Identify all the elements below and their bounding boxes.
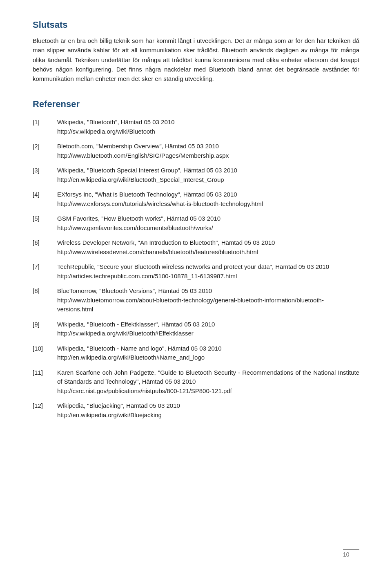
- ref-url: http://articles.techrepublic.com.com/510…: [57, 273, 237, 279]
- ref-url: http://en.wikipedia.org/wiki/Bluetooth_S…: [57, 176, 224, 183]
- ref-number: [8]: [33, 286, 57, 320]
- ref-url: http://csrc.nist.gov/publications/nistpu…: [57, 387, 232, 394]
- ref-text: Wikipedia, "Bluetooth", Hämtad 05 03 201…: [57, 118, 175, 125]
- ref-row: [6]Wireless Developer Network, "An Intro…: [33, 238, 359, 262]
- ref-text: Wikipedia, "Bluetooth - Name and logo", …: [57, 345, 222, 352]
- ref-url: http://www.wirelessdevnet.com/channels/b…: [57, 248, 258, 255]
- ref-text: GSM Favorites, "How Bluetooth works", Hä…: [57, 215, 220, 222]
- ref-row: [11]Karen Scarfone och John Padgette, "G…: [33, 368, 359, 402]
- references-section: Referenser [1]Wikipedia, "Bluetooth", Hä…: [33, 99, 359, 425]
- ref-row: [12]Wikipedia, "Bluejacking", Hämtad 05 …: [33, 401, 359, 425]
- slutsats-heading: Slutsats: [33, 20, 359, 30]
- ref-number: [11]: [33, 368, 57, 402]
- ref-content: Karen Scarfone och John Padgette, "Guide…: [57, 368, 359, 402]
- ref-text: BlueTomorrow, "Bluetooth Versions", Hämt…: [57, 287, 212, 294]
- ref-row: [5]GSM Favorites, "How Bluetooth works",…: [33, 214, 359, 238]
- ref-content: Wikipedia, "Bluejacking", Hämtad 05 03 2…: [57, 401, 359, 425]
- ref-content: GSM Favorites, "How Bluetooth works", Hä…: [57, 214, 359, 238]
- ref-number: [1]: [33, 118, 57, 142]
- ref-text: Karen Scarfone och John Padgette, "Guide…: [57, 369, 359, 385]
- ref-text: Wikipedia, "Bluetooth Special Interest G…: [57, 167, 237, 174]
- ref-row: [10]Wikipedia, "Bluetooth - Name and log…: [33, 344, 359, 368]
- ref-text: Bletooth.com, "Membership Overview", Häm…: [57, 143, 219, 150]
- ref-url: http://sv.wikipedia.org/wiki/Bluetooth: [57, 128, 155, 135]
- footer-line: [343, 549, 359, 550]
- slutsats-section: Slutsats Bluetooth är en bra och billig …: [33, 20, 359, 83]
- ref-text: EXforsys Inc, "What is Bluetooth Technol…: [57, 191, 237, 198]
- ref-content: Bletooth.com, "Membership Overview", Häm…: [57, 142, 359, 166]
- slutsats-paragraph-1: Bluetooth är en bra och billig teknik so…: [33, 36, 359, 83]
- ref-content: Wikipedia, "Bluetooth - Effektklasser", …: [57, 320, 359, 344]
- ref-number: [7]: [33, 262, 57, 286]
- ref-number: [10]: [33, 344, 57, 368]
- ref-url: http://en.wikipedia.org/wiki/Bluejacking: [57, 411, 162, 418]
- ref-number: [9]: [33, 320, 57, 344]
- ref-url: http://sv.wikipedia.org/wiki/Bluetooth#E…: [57, 330, 194, 337]
- ref-number: [2]: [33, 142, 57, 166]
- references-heading: Referenser: [33, 99, 359, 110]
- page: Slutsats Bluetooth är en bra och billig …: [0, 0, 392, 570]
- ref-content: Wireless Developer Network, "An Introduc…: [57, 238, 359, 262]
- ref-url: http://www.bluetomorrow.com/about-blueto…: [57, 297, 324, 313]
- ref-text: Wireless Developer Network, "An Introduc…: [57, 239, 275, 246]
- ref-content: Wikipedia, "Bluetooth - Name and logo", …: [57, 344, 359, 368]
- ref-row: [1]Wikipedia, "Bluetooth", Hämtad 05 03 …: [33, 118, 359, 142]
- ref-row: [9]Wikipedia, "Bluetooth - Effektklasser…: [33, 320, 359, 344]
- ref-content: TechRepublic, "Secure your Bluetooth wir…: [57, 262, 359, 286]
- ref-content: BlueTomorrow, "Bluetooth Versions", Hämt…: [57, 286, 359, 320]
- ref-content: EXforsys Inc, "What is Bluetooth Technol…: [57, 190, 359, 214]
- page-number: 10: [343, 551, 350, 558]
- ref-row: [3]Wikipedia, "Bluetooth Special Interes…: [33, 166, 359, 190]
- ref-number: [5]: [33, 214, 57, 238]
- ref-number: [3]: [33, 166, 57, 190]
- ref-row: [7]TechRepublic, "Secure your Bluetooth …: [33, 262, 359, 286]
- ref-content: Wikipedia, "Bluetooth Special Interest G…: [57, 166, 359, 190]
- ref-text: Wikipedia, "Bluetooth - Effektklasser", …: [57, 321, 215, 328]
- ref-url: http://www.exforsys.com/tutorials/wirele…: [57, 200, 263, 207]
- ref-number: [4]: [33, 190, 57, 214]
- ref-number: [6]: [33, 238, 57, 262]
- ref-text: TechRepublic, "Secure your Bluetooth wir…: [57, 263, 329, 270]
- ref-url: http://www.gsmfavorites.com/documents/bl…: [57, 224, 213, 231]
- ref-row: [4]EXforsys Inc, "What is Bluetooth Tech…: [33, 190, 359, 214]
- ref-number: [12]: [33, 401, 57, 425]
- page-footer: 10: [343, 549, 359, 558]
- ref-url: http://www.bluetooth.com/English/SIG/Pag…: [57, 152, 229, 159]
- references-table: [1]Wikipedia, "Bluetooth", Hämtad 05 03 …: [33, 118, 359, 425]
- ref-text: Wikipedia, "Bluejacking", Hämtad 05 03 2…: [57, 402, 180, 409]
- ref-row: [2]Bletooth.com, "Membership Overview", …: [33, 142, 359, 166]
- ref-url: http://en.wikipedia.org/wiki/Bluetooth#N…: [57, 354, 205, 361]
- ref-row: [8]BlueTomorrow, "Bluetooth Versions", H…: [33, 286, 359, 320]
- ref-content: Wikipedia, "Bluetooth", Hämtad 05 03 201…: [57, 118, 359, 142]
